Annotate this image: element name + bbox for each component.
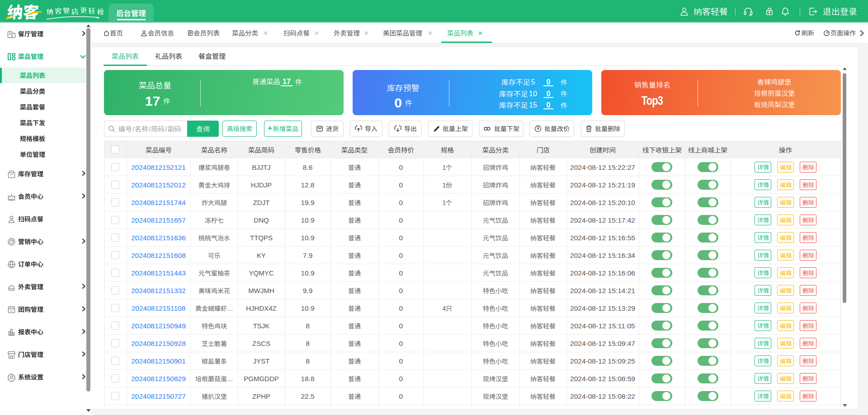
svg-text:¥: ¥ xyxy=(536,126,539,131)
